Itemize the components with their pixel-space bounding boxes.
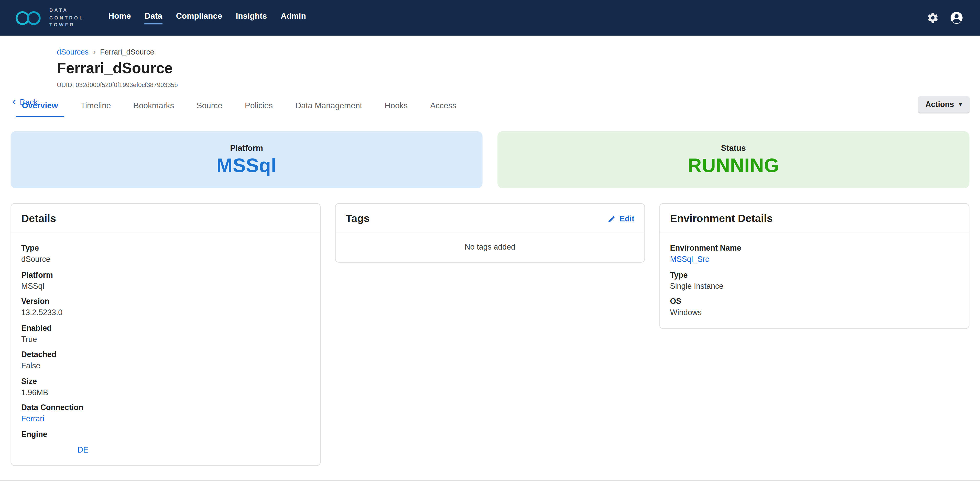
top-navbar: DATA CONTROL TOWER Home Data Compliance … [0,0,980,35]
summary-banners: Platform MSSql Status RUNNING [11,131,969,188]
nav-item[interactable]: Compliance [169,6,229,29]
platform-banner-label: Platform [230,143,263,152]
tab[interactable]: Data Management [284,96,373,117]
nav-item[interactable]: Admin [274,6,313,29]
field-label: Version [21,297,310,306]
settings-gear-icon[interactable] [927,12,939,24]
caret-down-icon: ▾ [959,101,962,107]
environment-field: Environment Name MSSql_Src [670,243,959,265]
field-value[interactable]: MSSql_Src [670,255,959,265]
field-value: Windows [670,308,959,318]
page-header: dSources › Ferrari_dSource ‹ Back Ferrar… [0,35,980,88]
field-value: MSSql [21,281,310,292]
tab[interactable]: Hooks [373,96,419,117]
logo-text: DATA CONTROL TOWER [49,7,84,29]
field-value: dSource [21,255,310,265]
tab[interactable]: Source [185,96,234,117]
detail-field: Detached False [21,350,310,371]
status-banner: Status RUNNING [498,131,969,188]
tab-bar: Overview Timeline Bookmarks Source Polic… [11,96,980,117]
actions-button[interactable]: Actions ▾ [918,96,969,113]
field-value[interactable]: Ferrari [21,414,310,425]
edit-tags-button[interactable]: Edit [608,214,634,223]
environment-details-card: Environment Details Environment Name MSS… [659,203,969,329]
environment-field: Type Single Instance [670,270,959,291]
nav-item[interactable]: Insights [229,6,274,29]
infinity-logo-icon [14,10,43,26]
field-label: Environment Name [670,243,959,254]
uuid-text: UUID: 032d000f520f0f1993ef0cf38790335b [57,81,980,88]
nav-item[interactable]: Home [101,6,138,29]
field-label: Enabled [21,323,310,333]
platform-banner-value: MSSql [216,154,277,177]
details-fields: Type dSource Platform MSSql Version 13.2… [11,233,320,465]
detail-field: Enabled True [21,323,310,345]
environment-field: OS Windows [670,297,959,318]
nav-item[interactable]: Data [138,6,169,29]
field-label: Platform [21,270,310,280]
details-card-header: Details [11,204,320,233]
detail-field: Size 1.96MB [21,376,310,397]
field-label: Type [21,243,310,254]
tab[interactable]: Timeline [69,96,122,117]
pencil-icon [608,215,616,223]
details-card: Details Type dSource Platform MSSql V [11,203,321,466]
environment-title: Environment Details [670,212,773,225]
detail-field: Platform MSSql [21,270,310,291]
field-label: Type [670,270,959,280]
environment-fields: Environment Name MSSql_Src Type Single I… [660,233,969,328]
status-banner-label: Status [721,143,746,152]
field-label: OS [670,297,959,306]
tags-title: Tags [346,212,370,225]
environment-card-header: Environment Details [660,204,969,233]
field-label: Detached [21,350,310,360]
field-value: Single Instance [670,281,959,292]
tags-empty-text: No tags added [336,233,644,262]
dct-logo[interactable]: DATA CONTROL TOWER [9,7,89,29]
main-nav: Home Data Compliance Insights Admin [101,0,313,35]
field-label: Engine [21,429,310,439]
detail-field: Type dSource [21,243,310,265]
field-label: Size [21,376,310,386]
tags-card: Tags Edit No tags added [335,203,645,263]
field-value: True [21,334,310,345]
platform-banner: Platform MSSql [11,131,482,188]
field-value: 13.2.5233.0 [21,308,310,318]
page-title: Ferrari_dSource [57,59,980,77]
tab[interactable]: Overview [11,96,69,117]
tags-card-header: Tags Edit [336,204,644,233]
field-value: False [21,361,310,371]
breadcrumb-current: Ferrari_dSource [100,48,154,56]
tab[interactable]: Bookmarks [122,96,185,117]
account-icon[interactable] [949,11,964,25]
navbar-right-icons [927,11,971,25]
field-value: 1.96MB [21,388,310,398]
info-cards: Details Type dSource Platform MSSql V [11,203,969,466]
breadcrumb-separator: › [93,48,96,56]
bottom-divider [0,480,980,481]
detail-field: Engine DE [21,429,310,455]
detail-field: Data Connection Ferrari [21,403,310,424]
breadcrumb-dsources-link[interactable]: dSources [57,48,89,56]
detail-field: Version 13.2.5233.0 [21,297,310,318]
status-banner-value: RUNNING [687,154,779,177]
details-title: Details [21,212,56,225]
tab[interactable]: Policies [234,96,284,117]
breadcrumb: dSources › Ferrari_dSource [57,48,980,56]
tab[interactable]: Access [419,96,468,117]
field-label: Data Connection [21,403,310,413]
field-value[interactable]: DE [78,445,310,455]
